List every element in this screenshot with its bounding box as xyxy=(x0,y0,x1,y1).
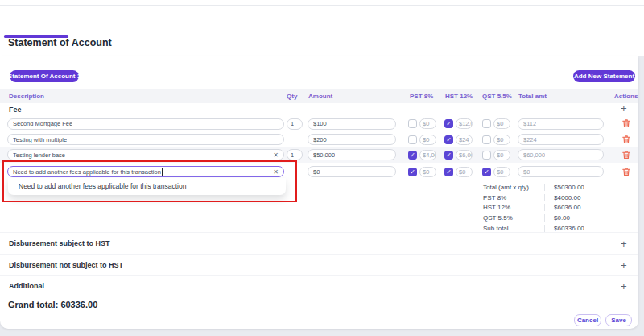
summary-label: QST 5.5% xyxy=(483,214,544,222)
description-text: Testing with multiple xyxy=(13,136,67,143)
description-input[interactable]: Need to add another fees applicable for … xyxy=(7,166,284,177)
delete-row-button[interactable] xyxy=(621,150,631,160)
qty-input[interactable]: 1 xyxy=(287,118,303,130)
fee-row: Testing with multiple $200 $0 ✓ $24 $0 $… xyxy=(0,131,638,147)
section-label: Disbursement not subject to HST xyxy=(9,261,123,269)
statement-of-account-screen: Statement of Account Statement Of Accoun… xyxy=(0,0,644,336)
clear-icon[interactable]: ✕ xyxy=(270,151,279,159)
text-caret xyxy=(162,168,163,176)
total-amt-input[interactable]: $224 xyxy=(518,134,604,145)
qst-value-input[interactable]: $0 xyxy=(493,150,510,160)
col-pst: PST 8% xyxy=(410,93,433,100)
add-new-statement-button[interactable]: Add New Statement xyxy=(573,70,635,82)
summary-row: QST 5.5% $0.00 xyxy=(483,213,612,223)
pst-value-input[interactable]: $0 xyxy=(419,135,436,145)
page-title: Statement of Account xyxy=(8,37,112,48)
summary-label: HST 12% xyxy=(483,204,544,211)
pst-checkbox[interactable] xyxy=(408,119,417,128)
top-bar: Statement of Account xyxy=(0,0,644,56)
amount-input[interactable]: $50,000 xyxy=(308,149,396,160)
hst-value-input[interactable]: $0 xyxy=(456,167,473,177)
description-text: Testing lender base xyxy=(13,151,65,159)
qty-input[interactable]: 1 xyxy=(287,149,303,160)
description-input[interactable]: Testing with multiple xyxy=(7,134,284,145)
tab-bar xyxy=(0,10,644,28)
totals-summary: Total (amt x qty) $50300.00 PST 8% $4000… xyxy=(483,182,612,233)
total-amt-input[interactable]: $60,000 xyxy=(518,149,604,160)
pst-checkbox[interactable]: ✓ xyxy=(408,151,417,160)
hst-value-input[interactable]: $12.00 xyxy=(456,118,473,129)
summary-value: $6036.00 xyxy=(544,204,612,211)
grand-total: Grand total: 60336.00 xyxy=(8,300,97,309)
fee-row: Second Mortgage Fee 1 $100 $0 ✓ $12.00 $… xyxy=(0,115,638,131)
section-label: Disbursement subject to HST xyxy=(9,239,110,247)
table-header-row: Description Qty Amount PST 8% HST 12% QS… xyxy=(0,89,638,103)
add-fee-row-plus-icon[interactable]: + xyxy=(621,103,627,114)
autocomplete-dropdown: Need to add another fees applicable for … xyxy=(8,178,286,195)
section-row: Additional + xyxy=(0,275,638,297)
fee-section-label: Fee xyxy=(9,106,22,114)
qst-value-input[interactable]: $0 xyxy=(493,135,510,145)
description-input[interactable]: Testing lender base ✕ xyxy=(7,149,284,160)
trash-icon xyxy=(621,135,631,144)
pst-checkbox[interactable] xyxy=(408,135,417,144)
amount-input[interactable]: $100 xyxy=(308,118,396,130)
col-qst: QST 5.5% xyxy=(482,93,512,100)
section-row: Disbursement not subject to HST + xyxy=(0,254,638,276)
qst-checkbox[interactable] xyxy=(482,119,491,128)
summary-label: Sub total xyxy=(483,225,544,232)
section-label: Additional xyxy=(9,282,44,290)
add-section-row-plus-icon[interactable]: + xyxy=(621,281,627,292)
trash-icon xyxy=(621,150,631,160)
description-text: Second Mortgage Fee xyxy=(13,120,72,127)
pst-value-input[interactable]: $4,000 xyxy=(419,150,436,160)
summary-value: $4000.00 xyxy=(544,194,612,201)
pst-value-input[interactable]: $0 xyxy=(419,118,436,129)
cancel-button[interactable]: Cancel xyxy=(574,314,601,326)
pst-value-input[interactable]: $0 xyxy=(419,167,436,177)
delete-row-button[interactable] xyxy=(621,118,631,128)
delete-row-button[interactable] xyxy=(621,167,631,176)
amount-input[interactable]: $0 xyxy=(308,166,396,177)
section-row: Disbursement subject to HST + xyxy=(0,232,638,254)
total-amt-input[interactable]: $112 xyxy=(518,118,604,130)
col-description: Description xyxy=(9,93,44,100)
fee-row: Need to add another fees applicable for … xyxy=(0,164,638,180)
hst-checkbox[interactable]: ✓ xyxy=(444,135,453,144)
trash-icon xyxy=(621,118,631,128)
top-divider xyxy=(0,5,644,6)
summary-label: PST 8% xyxy=(483,194,544,201)
add-section-row-plus-icon[interactable]: + xyxy=(621,239,627,249)
description-input[interactable]: Second Mortgage Fee xyxy=(7,118,284,130)
save-button[interactable]: Save xyxy=(605,314,632,326)
col-hst: HST 12% xyxy=(445,93,473,100)
hst-value-input[interactable]: $24 xyxy=(456,135,473,145)
hst-value-input[interactable]: $6,000 xyxy=(456,150,473,160)
summary-value: $60336.00 xyxy=(544,225,612,232)
col-total-amt: Total amt xyxy=(518,93,547,100)
qst-value-input[interactable]: $0 xyxy=(493,167,510,177)
clear-icon[interactable]: ✕ xyxy=(270,168,279,176)
qst-checkbox[interactable] xyxy=(482,151,491,160)
delete-row-button[interactable] xyxy=(621,135,631,144)
amount-input[interactable]: $200 xyxy=(308,134,396,145)
pst-checkbox[interactable]: ✓ xyxy=(408,168,417,176)
total-amt-input[interactable]: $0 xyxy=(518,166,604,177)
description-text: Need to add another fees applicable for … xyxy=(13,168,161,176)
add-section-row-plus-icon[interactable]: + xyxy=(621,260,627,271)
summary-row: HST 12% $6036.00 xyxy=(483,202,612,213)
col-qty: Qty xyxy=(287,93,297,100)
hst-checkbox[interactable]: ✓ xyxy=(444,168,453,176)
summary-row: Total (amt x qty) $50300.00 xyxy=(483,182,612,193)
hst-checkbox[interactable]: ✓ xyxy=(444,119,453,128)
autocomplete-suggestion[interactable]: Need to add another fees applicable for … xyxy=(8,178,286,195)
col-actions: Actions xyxy=(614,93,638,100)
qst-checkbox[interactable] xyxy=(482,135,491,144)
col-amount: Amount xyxy=(308,93,332,100)
summary-value: $50300.00 xyxy=(544,184,612,191)
qst-checkbox[interactable]: ✓ xyxy=(482,168,491,176)
hst-checkbox[interactable]: ✓ xyxy=(444,151,453,160)
summary-value: $0.00 xyxy=(544,214,612,222)
qst-value-input[interactable]: $0 xyxy=(493,118,510,129)
statement-of-account-1-button[interactable]: Statement Of Account 1 xyxy=(10,70,79,82)
